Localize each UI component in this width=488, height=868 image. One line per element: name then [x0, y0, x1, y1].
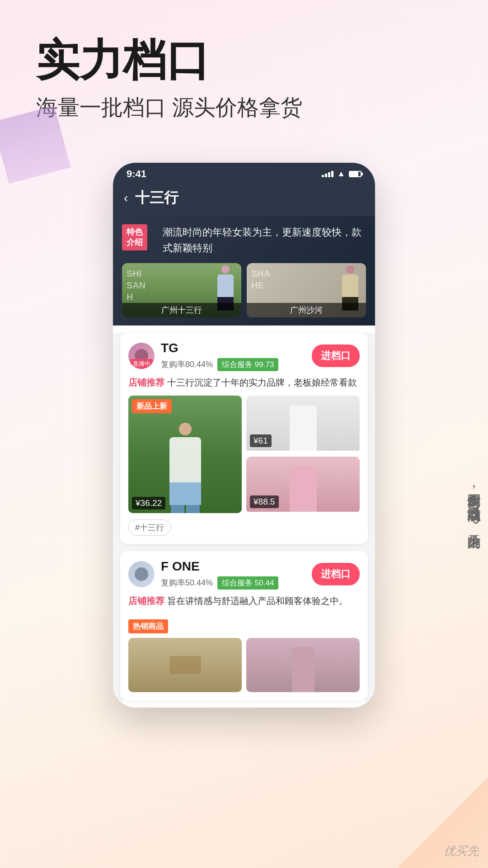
service-badge-fone: 综合服务 50.44 [217, 576, 278, 590]
hero-subtitle: 海量一批档口 源头价格拿货 [36, 93, 452, 122]
repurchase-rate-tg: 复购率80.44% [161, 359, 213, 370]
banner-description: 潮流时尚的年轻女装为主，更新速度较快，款式新颖特别 [122, 224, 366, 256]
store-stats-tg: 复购率80.44% 综合服务 99.73 [161, 358, 312, 371]
hot-products-row [128, 638, 360, 692]
market-card-overlay-1: SHISANH [127, 268, 145, 303]
repurchase-rate-fone: 复购率50.44% [161, 577, 213, 588]
product-item-white-shirt[interactable]: ¥61 [246, 396, 360, 452]
recommend-label-fone: 店铺推荐 [128, 596, 164, 606]
service-badge-tg: 综合服务 99.73 [217, 358, 278, 371]
status-bar: 9:41 ▲ [113, 163, 375, 184]
phone-banner: 特色 介绍 潮流时尚的年轻女装为主，更新速度较快，款式新颖特别 SHISANH [113, 216, 375, 326]
recommend-text-fone: 旨在讲情感与舒适融入产品和顾客体验之中。 [167, 596, 348, 606]
right-note: 本图片仅为示例，商品或活动以APP内公示为准 [452, 475, 488, 533]
watermark: 优买先 [444, 843, 479, 859]
store-card-tg: 直播中 TG 复购率80.44% 综合服务 99.73 进档口 店铺推荐 十三行… [120, 333, 368, 544]
product-item-pink-jacket[interactable]: ¥88.5 [246, 457, 360, 513]
store-name-fone: F ONE [161, 559, 312, 574]
store-info-tg: TG 复购率80.44% 综合服务 99.73 [161, 341, 312, 371]
market-card-label-2: 广州沙河 [247, 303, 366, 317]
hashtag-row: #十三行 [128, 519, 360, 536]
enter-btn-fone[interactable]: 进档口 [312, 563, 360, 585]
hot-product-girl2[interactable] [246, 638, 360, 692]
back-button[interactable]: ‹ [124, 191, 128, 205]
status-time: 9:41 [127, 168, 146, 180]
store-avatar-tg: 直播中 [128, 343, 155, 369]
price-tag-3: ¥88.5 [250, 495, 279, 508]
new-badge: 新品上新 [132, 399, 172, 413]
signal-icon [322, 171, 333, 177]
phone-container: 9:41 ▲ ‹ 十三行 特色 介绍 [113, 163, 375, 708]
store-avatar-fone [128, 561, 155, 587]
product-image-pink-jacket: ¥88.5 [246, 457, 360, 512]
hero-title: 实力档口 [36, 36, 452, 84]
store-recommend-tg: 店铺推荐 十三行沉淀了十年的实力品牌，老板娘经常看款 [128, 376, 360, 389]
product-grid-tg: 新品上新 ¥36.22 ¥61 [128, 396, 360, 513]
market-cards: SHISANH 广州十三行 SHAHE [122, 263, 366, 317]
market-card-overlay-2: SHAHE [251, 268, 270, 291]
hero-section: 实力档口 海量一批档口 源头价格拿货 [0, 0, 488, 163]
banner-tag: 特色 介绍 [122, 224, 147, 251]
market-card-shisanhang[interactable]: SHISANH 广州十三行 [122, 263, 241, 317]
hot-badge: 热销商品 [128, 619, 168, 633]
store-stats-fone: 复购率50.44% 综合服务 50.44 [161, 576, 312, 590]
status-icons: ▲ [322, 169, 361, 179]
store-card-fone: F ONE 复购率50.44% 综合服务 50.44 进档口 店铺推荐 旨在讲情… [120, 551, 368, 700]
price-tag-2: ¥61 [250, 434, 272, 447]
price-tag-1: ¥36.22 [132, 497, 165, 509]
phone-mockup: 9:41 ▲ ‹ 十三行 特色 介绍 [113, 163, 375, 708]
market-card-label-1: 广州十三行 [122, 303, 241, 317]
recommend-label-tg: 店铺推荐 [128, 377, 164, 387]
product-person-outdoor [158, 423, 212, 513]
battery-icon [349, 171, 361, 177]
store-header-tg: 直播中 TG 复购率80.44% 综合服务 99.73 进档口 [128, 341, 360, 371]
header-title: 十三行 [135, 188, 178, 208]
wifi-icon: ▲ [337, 169, 345, 179]
phone-header: ‹ 十三行 [113, 184, 375, 216]
store-info-fone: F ONE 复购率50.44% 综合服务 50.44 [161, 559, 312, 590]
market-card-shahe[interactable]: SHAHE 广州沙河 [247, 263, 366, 317]
store-header-fone: F ONE 复购率50.44% 综合服务 50.44 进档口 [128, 559, 360, 590]
product-image-white-shirt: ¥61 [246, 396, 360, 451]
recommend-text-tg: 十三行沉淀了十年的实力品牌，老板娘经常看款 [167, 377, 357, 387]
phone-content: 直播中 TG 复购率80.44% 综合服务 99.73 进档口 店铺推荐 十三行… [113, 333, 375, 700]
product-image-outdoor: 新品上新 ¥36.22 [128, 396, 242, 513]
store-recommend-fone: 店铺推荐 旨在讲情感与舒适融入产品和顾客体验之中。 [128, 594, 360, 608]
store-name-tg: TG [161, 341, 312, 355]
live-badge: 直播中 [130, 359, 153, 369]
hashtag-shisanhang[interactable]: #十三行 [128, 519, 171, 536]
enter-btn-tg[interactable]: 进档口 [312, 344, 360, 367]
product-item-outdoor[interactable]: 新品上新 ¥36.22 [128, 396, 242, 513]
hot-product-hat[interactable] [128, 638, 242, 692]
